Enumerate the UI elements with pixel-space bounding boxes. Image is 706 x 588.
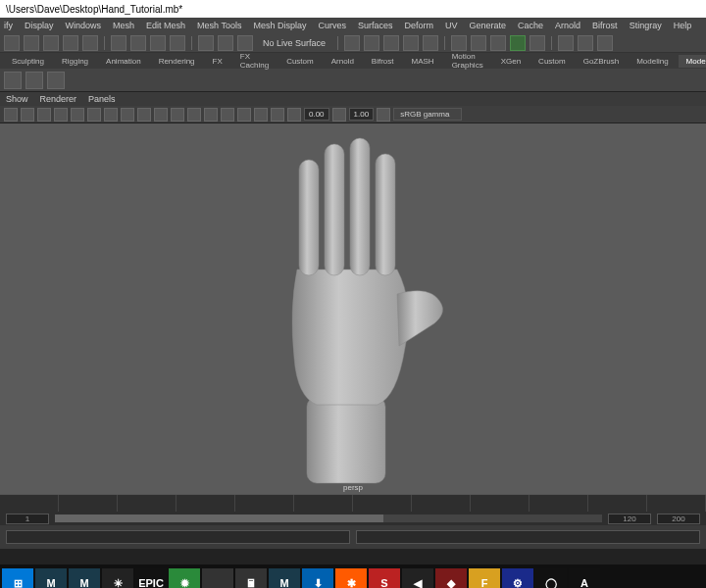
exposure-icon[interactable] [287,108,301,122]
panel-tool-icon[interactable] [254,108,268,122]
colorspace-dropdown[interactable]: sRGB gamma [393,108,462,121]
taskbar-app-icon[interactable]: ◆ [435,568,467,588]
taskbar-app-icon[interactable]: ⊞ [2,568,33,588]
panel-tool-icon[interactable] [377,108,390,122]
tool-icon[interactable] [558,35,574,51]
shelf-tab[interactable]: MASH [404,55,442,68]
taskbar-app-icon[interactable]: ◯ [535,568,567,588]
taskbar-app-icon[interactable]: ◀ [402,568,433,588]
shelf-tab[interactable]: Custom [278,55,322,68]
taskbar-app-icon[interactable]: 🖩 [235,568,267,588]
panel-menu-item[interactable]: Renderer [40,94,77,104]
panel-tool-icon[interactable] [171,108,184,122]
menu-item[interactable]: Help [674,21,692,30]
menu-item[interactable]: Windows [66,21,102,30]
panel-menu-item[interactable]: Panels [88,94,116,104]
shelf-button[interactable] [4,72,22,89]
tool-icon[interactable] [423,35,438,51]
panel-tool-icon[interactable] [71,108,84,122]
menu-item[interactable]: Generate [470,21,507,30]
tool-icon[interactable] [111,35,126,51]
shelf-tab[interactable]: XGen [493,55,529,68]
shelf-tab[interactable]: FX Caching [232,50,277,72]
panel-tool-icon[interactable] [104,108,118,122]
panel-tool-icon[interactable] [4,108,18,122]
tool-icon[interactable] [383,35,399,51]
menu-item[interactable]: Cache [518,21,543,30]
shelf-tab-active[interactable]: ModelingTools [679,55,706,68]
menu-item[interactable]: Bifrost [592,21,618,30]
tool-icon[interactable] [451,35,467,51]
menu-item[interactable]: ify [4,21,13,30]
shelf-tab[interactable]: GoZBrush [576,55,627,68]
taskbar-app-icon[interactable]: EPIC [135,568,167,588]
menu-item[interactable]: Arnold [555,21,580,30]
tool-icon[interactable] [24,35,39,51]
tool-icon[interactable] [170,35,185,51]
panel-tool-icon[interactable] [154,108,168,122]
shelf-button[interactable] [25,72,43,89]
taskbar-app-icon[interactable]: M [269,568,300,588]
taskbar-app-icon[interactable]: S [369,568,400,588]
panel-tool-icon[interactable] [137,108,151,122]
gamma-field[interactable]: 1.00 [349,108,375,121]
menu-item[interactable]: Mesh [113,21,134,30]
tool-icon[interactable] [82,35,98,51]
menu-item[interactable]: Mesh Tools [197,21,241,30]
menu-item[interactable]: Deform [405,21,434,30]
gamma-icon[interactable] [332,108,346,122]
live-surface-label[interactable]: No Live Surface [257,38,331,48]
tool-icon[interactable] [130,35,146,51]
menu-item[interactable]: UV [445,21,458,30]
panel-tool-icon[interactable] [221,108,234,122]
taskbar-app-icon[interactable]: F [469,568,500,588]
tool-icon[interactable] [578,35,593,51]
panel-tool-icon[interactable] [121,108,134,122]
tool-icon[interactable] [43,35,59,51]
tool-icon[interactable] [218,35,233,51]
taskbar-app-icon[interactable]: ✹ [169,568,200,588]
panel-tool-icon[interactable] [21,108,34,122]
shelf-tab[interactable]: Rigging [54,55,96,68]
menu-item[interactable]: Surfaces [358,21,393,30]
tool-icon[interactable] [150,35,166,51]
shelf-tab[interactable]: Modeling [629,55,676,68]
taskbar-app-icon[interactable]: ✱ [335,568,367,588]
tool-icon[interactable] [403,35,419,51]
menu-item[interactable]: Mesh Display [253,21,306,30]
range-endB-field[interactable]: 200 [657,514,700,524]
shelf-tab[interactable]: Custom [530,55,574,68]
shelf-tab[interactable]: Rendering [151,55,203,68]
tool-icon[interactable] [63,35,78,51]
taskbar-app-icon[interactable]: ✳ [102,568,133,588]
tool-icon[interactable] [597,35,613,51]
range-end-field[interactable]: 120 [608,514,651,524]
panel-tool-icon[interactable] [271,108,284,122]
play-icon[interactable] [530,35,545,51]
tool-icon[interactable] [471,35,486,51]
panel-tool-icon[interactable] [37,108,51,122]
tool-icon[interactable] [344,35,360,51]
panel-tool-icon[interactable] [204,108,218,122]
shelf-button[interactable] [47,72,65,89]
menu-item[interactable]: Edit Mesh [146,21,185,30]
panel-tool-icon[interactable] [87,108,101,122]
panel-tool-icon[interactable] [187,108,201,122]
tool-icon[interactable] [4,35,20,51]
command-input[interactable] [6,530,350,544]
panel-menu-item[interactable]: Show [6,94,28,104]
taskbar-app-icon[interactable] [202,568,233,588]
exposure-field[interactable]: 0.00 [304,108,329,121]
tool-icon[interactable] [198,35,214,51]
panel-tool-icon[interactable] [237,108,251,122]
taskbar-app-icon[interactable]: M [69,568,100,588]
taskbar-app-icon[interactable]: ⚙ [502,568,533,588]
tool-icon[interactable] [510,35,526,51]
panel-tool-icon[interactable] [54,108,68,122]
taskbar-app-icon[interactable]: A [569,568,600,588]
shelf-tab[interactable]: FX [205,55,230,68]
range-start-field[interactable]: 1 [6,514,49,524]
taskbar-app-icon[interactable]: M [35,568,67,588]
taskbar-app-icon[interactable]: ⬇ [302,568,333,588]
shelf-tab[interactable]: Bifrost [364,55,402,68]
